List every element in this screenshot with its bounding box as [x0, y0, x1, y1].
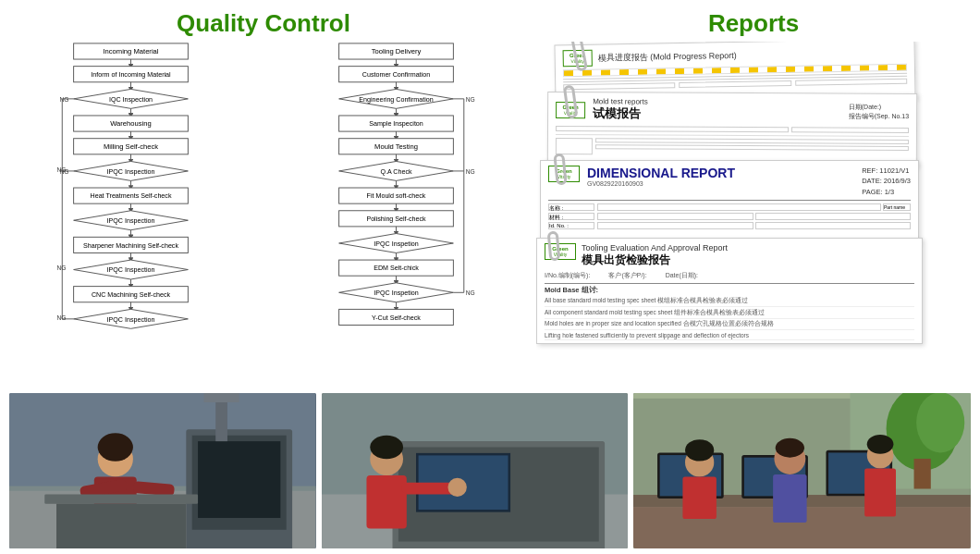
svg-point-130 [776, 438, 804, 458]
svg-point-108 [370, 436, 403, 460]
svg-text:Heat Treatments Self-check: Heat Treatments Self-check [91, 192, 172, 200]
photo-svg-right [633, 393, 971, 548]
flow-column-1: Incoming Material Inform of Incoming Mat… [5, 42, 257, 389]
svg-text:IPQC Inspection: IPQC Inspection [107, 168, 155, 176]
svg-text:IPQC Inspection: IPQC Inspection [107, 217, 155, 225]
svg-text:Milling Self-check: Milling Self-check [104, 142, 158, 151]
svg-text:Customer Confirmation: Customer Confirmation [362, 71, 430, 79]
flow-column-2: Tooling Delivery Customer Confirmation E… [270, 42, 522, 389]
page-container: Quality Control Incoming Material Inform… [0, 0, 980, 554]
report-stack: Green Vitality 模具进度报告 (Mold Progress Rep… [536, 42, 971, 389]
photo-svg-middle [322, 393, 629, 548]
photo-man-device [322, 393, 629, 548]
svg-text:Polishing Self-check: Polishing Self-check [366, 215, 426, 223]
quality-control-section: Quality Control Incoming Material Inform… [0, 0, 527, 389]
report3-title: DIMENSIONAL REPORT [587, 166, 854, 180]
svg-rect-117 [914, 459, 931, 489]
svg-text:NG: NG [57, 265, 67, 271]
report1-title: 模具进度报告 (Mold Progress Report) [598, 49, 737, 64]
svg-text:Engineering Confirmation: Engineering Confirmation [359, 96, 433, 104]
svg-text:IPQC Inspection: IPQC Inspection [107, 316, 155, 324]
svg-text:NG: NG [57, 314, 67, 321]
report-card-dimensional: Green Vitality DIMENSIONAL REPORT GV0829… [540, 160, 919, 243]
bottom-photos-section [0, 389, 980, 554]
photo-svg-left [9, 393, 316, 548]
svg-text:NG: NG [59, 96, 68, 103]
svg-text:Mould Testing: Mould Testing [374, 142, 418, 151]
svg-text:CNC Machining Self-check: CNC Machining Self-check [92, 291, 171, 299]
svg-rect-100 [56, 504, 186, 548]
svg-text:IPQC Inspetion: IPQC Inspetion [374, 289, 418, 297]
reports-title: Reports [527, 0, 980, 42]
svg-rect-99 [44, 495, 198, 504]
report4-title-cn: 模具出货检验报告 [582, 252, 728, 268]
svg-rect-109 [366, 475, 406, 528]
photo-woman-machine [9, 393, 316, 548]
svg-text:Inform of Incoming Material: Inform of Incoming Material [91, 71, 171, 79]
svg-rect-128 [683, 477, 717, 520]
svg-text:IPQC Inspetion: IPQC Inspetion [374, 240, 418, 248]
reports-section: Reports Green Vitality 模具进度报告 (Mold Prog… [527, 0, 980, 389]
svg-rect-93 [203, 393, 239, 402]
svg-point-95 [98, 433, 133, 462]
svg-rect-91 [198, 441, 280, 518]
svg-point-133 [867, 435, 894, 454]
top-section: Quality Control Incoming Material Inform… [0, 0, 980, 389]
svg-point-116 [916, 393, 964, 452]
svg-text:NG: NG [57, 166, 67, 173]
svg-text:NG: NG [466, 96, 475, 103]
svg-point-111 [447, 478, 466, 497]
quality-control-title: Quality Control [0, 0, 527, 42]
svg-rect-131 [773, 474, 806, 523]
svg-point-127 [685, 439, 714, 461]
report-card-tooling: Green Vitality Tooling Evaluation And Ap… [536, 238, 923, 344]
svg-text:Y-Cut Self-check: Y-Cut Self-check [372, 314, 421, 322]
svg-text:IQC Inspection: IQC Inspection [109, 96, 153, 104]
flow-svg-2: Tooling Delivery Customer Confirmation E… [270, 42, 522, 389]
flowcharts-container: Incoming Material Inform of Incoming Mat… [0, 42, 527, 389]
svg-text:Q.A Check: Q.A Check [380, 168, 411, 176]
report2-title-en: Mold test reports [593, 97, 648, 105]
svg-text:EDM Selt-chick: EDM Selt-chick [374, 265, 419, 272]
report-card-mold-test: Green Vitality Mold test reports 试模报告 日期… [547, 92, 917, 167]
report4-title-en: Tooling Evaluation And Approval Report [582, 243, 728, 252]
svg-text:IPQC Inspection: IPQC Inspection [107, 266, 155, 274]
svg-text:NG: NG [466, 289, 475, 296]
svg-text:Sample Inspeciton: Sample Inspeciton [369, 120, 423, 128]
svg-text:Warehousing: Warehousing [110, 119, 152, 128]
svg-text:Tooling Delivery: Tooling Delivery [372, 47, 422, 55]
flow-svg-1: Incoming Material Inform of Incoming Mat… [5, 42, 257, 389]
svg-text:Fit Mould soft-check: Fit Mould soft-check [367, 192, 426, 200]
report2-title-cn: 试模报告 [593, 105, 648, 122]
svg-text:Incoming Material: Incoming Material [103, 47, 158, 55]
svg-rect-134 [864, 468, 896, 516]
svg-text:NG: NG [466, 168, 475, 175]
photo-engineers-computers [633, 393, 971, 548]
svg-text:Sharpener Machining Self-check: Sharpener Machining Self-check [83, 242, 178, 250]
